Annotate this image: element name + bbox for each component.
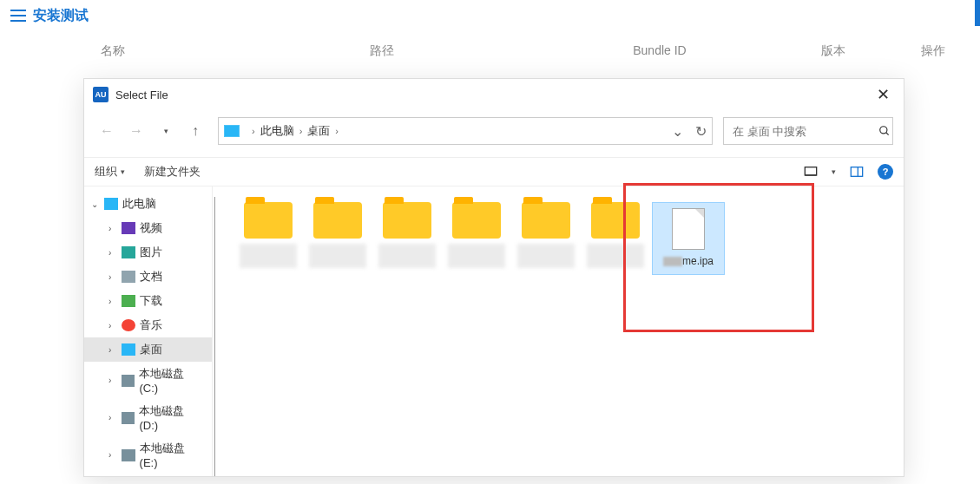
refresh-icon[interactable]: ↻ xyxy=(695,123,707,140)
folder-item[interactable] xyxy=(235,202,301,275)
tree-item-videos[interactable]: ›视频 xyxy=(84,216,212,240)
dialog-title: Select File xyxy=(115,88,168,101)
col-version: 版本 xyxy=(781,43,885,59)
app-title: 安装测试 xyxy=(33,7,89,25)
col-name: 名称 xyxy=(0,43,226,59)
svg-line-1 xyxy=(886,133,889,135)
expand-icon[interactable]: › xyxy=(109,345,117,355)
chevron-right-icon: › xyxy=(252,126,255,136)
expand-icon[interactable]: › xyxy=(109,413,117,422)
view-dropdown-icon[interactable]: ▾ xyxy=(832,167,836,176)
folder-label-redacted xyxy=(378,244,436,268)
folder-item[interactable] xyxy=(374,202,440,275)
new-folder-button[interactable]: 新建文件夹 xyxy=(144,164,201,180)
search-icon[interactable] xyxy=(878,125,891,137)
close-button[interactable]: ✕ xyxy=(871,85,895,104)
breadcrumb[interactable]: 此电脑 xyxy=(260,123,294,139)
table-header: 名称 路径 Bundle ID 版本 操作 xyxy=(0,31,980,75)
expand-icon[interactable]: › xyxy=(109,224,117,233)
col-bundle: Bundle ID xyxy=(538,43,781,59)
tree-item-documents[interactable]: ›文档 xyxy=(84,265,212,289)
folder-item[interactable] xyxy=(513,202,579,275)
folder-label-redacted xyxy=(517,244,575,268)
side-tab-indicator xyxy=(975,0,980,26)
file-dialog: AU Select File ✕ ← → ▾ ↑ › 此电脑 › 桌面 › ⌄ … xyxy=(83,78,904,477)
help-icon[interactable]: ? xyxy=(878,164,893,180)
folder-icon xyxy=(313,202,362,239)
folder-label-redacted xyxy=(240,244,297,268)
svg-point-0 xyxy=(880,127,887,134)
expand-icon[interactable]: › xyxy=(109,248,117,258)
breadcrumb[interactable]: 桌面 xyxy=(307,123,330,139)
address-dropdown-icon[interactable]: ⌄ xyxy=(672,123,683,140)
menu-icon[interactable] xyxy=(10,10,26,22)
app-badge-icon: AU xyxy=(93,87,109,102)
nav-up-button[interactable]: ↑ xyxy=(183,119,207,143)
preview-pane-icon[interactable] xyxy=(850,166,864,178)
expand-icon[interactable]: › xyxy=(109,376,117,385)
folder-icon xyxy=(244,202,293,239)
folder-icon xyxy=(452,202,501,239)
file-label: me.ipa xyxy=(663,255,714,269)
folder-label-redacted xyxy=(448,244,505,268)
address-bar[interactable]: › 此电脑 › 桌面 › ⌄ ↻ xyxy=(218,117,713,145)
folder-icon xyxy=(522,202,570,239)
folder-item[interactable] xyxy=(444,202,510,275)
nav-recent-dropdown[interactable]: ▾ xyxy=(154,119,178,143)
tree-item-pictures[interactable]: ›图片 xyxy=(84,240,212,265)
nav-forward-button[interactable]: → xyxy=(124,119,148,143)
expand-icon[interactable]: › xyxy=(109,272,117,282)
collapse-icon[interactable]: ⌄ xyxy=(91,199,100,209)
chevron-right-icon: › xyxy=(335,126,339,136)
col-operation: 操作 xyxy=(885,43,980,59)
location-icon xyxy=(224,125,240,137)
tree-item-this-pc[interactable]: ⌄此电脑 xyxy=(84,192,212,216)
folder-tree: ⌄此电脑 ›视频 ›图片 ›文档 ›下载 ›音乐 ›桌面 ›本地磁盘 (C:) … xyxy=(84,186,213,476)
file-item-ipa[interactable]: me.ipa xyxy=(652,202,725,275)
tree-item-desktop[interactable]: ›桌面 xyxy=(84,337,212,362)
tree-item-drive-d[interactable]: ›本地磁盘 (D:) xyxy=(84,399,212,436)
view-options-icon[interactable] xyxy=(804,166,818,178)
chevron-right-icon: › xyxy=(299,126,303,136)
file-icon xyxy=(672,208,705,250)
folder-icon xyxy=(383,202,431,239)
col-path: 路径 xyxy=(226,43,538,59)
svg-rect-4 xyxy=(851,167,862,177)
search-input[interactable] xyxy=(733,125,878,138)
expand-icon[interactable]: › xyxy=(109,297,117,306)
organize-menu[interactable]: 组织▾ xyxy=(95,164,125,180)
svg-rect-2 xyxy=(805,167,816,175)
folder-item[interactable] xyxy=(582,202,648,275)
files-pane[interactable]: me.ipa xyxy=(218,186,904,476)
tree-item-drive-c[interactable]: ›本地磁盘 (C:) xyxy=(84,362,212,399)
expand-icon[interactable]: › xyxy=(109,450,117,460)
folder-label-redacted xyxy=(587,244,644,268)
search-box[interactable] xyxy=(723,117,893,145)
nav-back-button[interactable]: ← xyxy=(95,119,119,143)
folder-label-redacted xyxy=(309,244,366,268)
folder-icon xyxy=(591,202,640,239)
tree-item-downloads[interactable]: ›下载 xyxy=(84,289,212,313)
expand-icon[interactable]: › xyxy=(109,321,117,330)
tree-item-drive-e[interactable]: ›本地磁盘 (E:) xyxy=(84,436,212,474)
folder-item[interactable] xyxy=(305,202,371,275)
tree-item-music[interactable]: ›音乐 xyxy=(84,313,212,337)
